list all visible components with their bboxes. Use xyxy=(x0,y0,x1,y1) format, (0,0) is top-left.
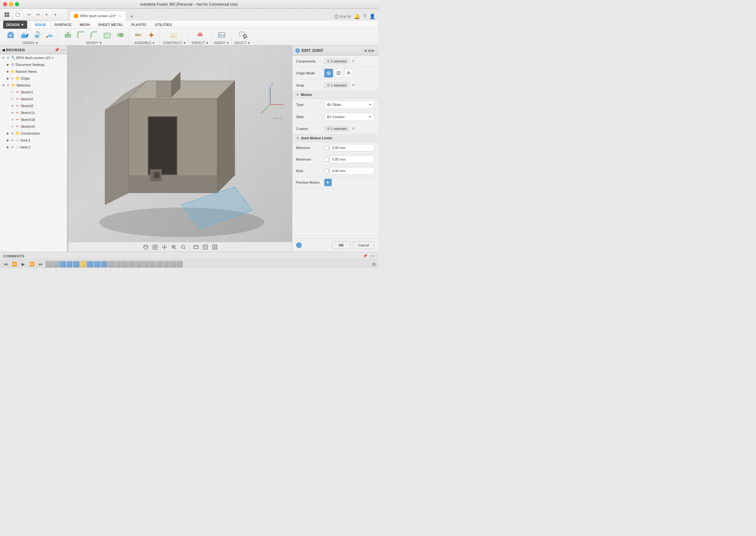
grid-menu-button[interactable] xyxy=(3,10,11,19)
browser-resize-handle[interactable]: ⟺ xyxy=(61,48,65,51)
timeline-item-17[interactable] xyxy=(156,261,162,267)
active-tab[interactable]: 🟧 RPi4 4inch screen v21* × xyxy=(70,11,126,20)
tree-arrow-root[interactable]: ▼ xyxy=(1,55,6,60)
insert-label[interactable]: INSERT ▼ xyxy=(214,41,229,45)
type-dropdown[interactable]: Slider ▼ xyxy=(324,101,374,109)
tree-arrow-origin[interactable]: ▶ xyxy=(6,76,10,81)
timeline-skip-forward[interactable]: ⏭ xyxy=(37,260,44,268)
notifications-icon[interactable]: 🔔 xyxy=(354,14,360,19)
tree-eye-construction[interactable]: 👁 xyxy=(10,131,15,136)
orbit-button[interactable] xyxy=(142,243,149,251)
tree-eye-sketch1[interactable]: 👁 xyxy=(10,90,15,95)
timeline-item-16[interactable] xyxy=(149,261,155,267)
timeline-item-3[interactable] xyxy=(59,261,66,267)
tree-arrow-sketches[interactable]: ▼ xyxy=(1,83,6,87)
window-controls[interactable] xyxy=(3,2,19,6)
tree-node-sketch18[interactable]: 👁 ✏ Sketch18 xyxy=(0,116,67,123)
combine-button[interactable] xyxy=(114,29,126,41)
preview-motion-button[interactable] xyxy=(324,179,332,186)
close-window-button[interactable] xyxy=(3,2,7,6)
display-mode-button[interactable] xyxy=(192,243,200,251)
select-button[interactable] xyxy=(236,29,249,41)
offset-plane-button[interactable] xyxy=(168,29,181,41)
redo-dropdown[interactable]: ▼ xyxy=(51,11,59,19)
tab-utilities[interactable]: UTILITIES xyxy=(151,21,176,28)
redo-button[interactable]: ↪ xyxy=(34,11,42,19)
panel-expand-left[interactable]: ◀ xyxy=(364,48,367,53)
timeline-item-5[interactable] xyxy=(73,261,79,267)
tree-node-sketch2[interactable]: 👁 ✏ Sketch2 xyxy=(0,96,67,102)
timeline-item-20[interactable] xyxy=(176,261,183,267)
timeline-item-13[interactable] xyxy=(128,261,134,267)
timeline-step-back[interactable]: ⏪ xyxy=(11,260,18,268)
press-pull-button[interactable] xyxy=(61,29,74,41)
measure-button[interactable] xyxy=(194,29,206,41)
chamfer-button[interactable] xyxy=(88,29,100,41)
tree-node-doc-settings[interactable]: ▶ ⚙ Document Settings xyxy=(0,61,67,68)
file-button[interactable] xyxy=(13,10,23,19)
new-joint-button[interactable] xyxy=(132,29,144,41)
look-at-button[interactable] xyxy=(151,243,159,251)
visual-style-button[interactable] xyxy=(202,243,209,251)
timeline-item-6[interactable] xyxy=(80,261,86,267)
maximize-window-button[interactable] xyxy=(15,2,19,6)
tree-eye-sketch15[interactable]: 👁 xyxy=(10,124,15,129)
select-label[interactable]: SELECT ▼ xyxy=(234,41,250,45)
timeline-step-forward[interactable]: ⏩ xyxy=(28,260,36,268)
panel-expand-right[interactable]: ▶▶ xyxy=(369,48,375,53)
tree-eye-sketches[interactable]: 👁 xyxy=(6,83,11,88)
minimum-checkbox[interactable] xyxy=(324,146,329,150)
tree-node-front1[interactable]: ▶ 👁 ▭ front:1 xyxy=(0,137,67,144)
tree-node-back1[interactable]: ▶ 👁 ▭ back:1 xyxy=(0,144,67,151)
shell-button[interactable] xyxy=(101,29,114,41)
tree-arrow-front1[interactable]: ▶ xyxy=(6,138,10,143)
components-badge[interactable]: ⊞ 2 selected xyxy=(324,58,349,64)
timeline-play[interactable]: ▶ xyxy=(19,260,27,268)
components-clear-button[interactable]: ✕ xyxy=(350,58,356,64)
timeline-item-18[interactable] xyxy=(162,261,169,267)
new-component-button[interactable] xyxy=(4,29,17,41)
tree-node-construction[interactable]: ▶ 👁 📁 Construction xyxy=(0,130,67,137)
snap-badge[interactable]: ⊞ 1 selected xyxy=(324,83,349,88)
tree-node-sketch1[interactable]: 👁 ✏ Sketch1 xyxy=(0,89,67,96)
joint-limits-section-header[interactable]: ▼ Joint Motion Limits xyxy=(292,134,378,142)
timeline-item-2[interactable] xyxy=(53,261,59,267)
revolve-button[interactable] xyxy=(31,29,43,41)
pan-button[interactable] xyxy=(161,243,168,251)
minimize-window-button[interactable] xyxy=(9,2,13,6)
construct-label[interactable]: CONSTRUCT ▼ xyxy=(163,41,186,45)
timeline-item-4[interactable] xyxy=(66,261,73,267)
timeline-item-8[interactable] xyxy=(94,261,100,267)
joint-origin-button[interactable] xyxy=(145,29,158,41)
modify-label[interactable]: MODIFY ▼ xyxy=(86,41,102,45)
undo-dropdown[interactable]: ▼ xyxy=(43,11,51,19)
comments-resize[interactable]: ⟺ xyxy=(370,254,375,258)
tree-node-origin[interactable]: ▶ 👁 📁 Origin xyxy=(0,75,67,82)
tab-surface[interactable]: SURFACE xyxy=(51,21,75,28)
origin-mode-btn-2[interactable] xyxy=(334,69,343,78)
timeline-item-7[interactable] xyxy=(87,261,93,267)
tree-eye-sketch2[interactable]: 👁 xyxy=(10,96,15,102)
timeline-skip-back[interactable]: ⏮ xyxy=(2,260,9,268)
timeline-item-14[interactable] xyxy=(135,261,141,267)
timeline-item-9[interactable] xyxy=(101,261,107,267)
design-dropdown[interactable]: DESIGN ▼ xyxy=(3,20,27,29)
tree-arrow-doc[interactable]: ▶ xyxy=(6,62,10,67)
sweep-button[interactable] xyxy=(44,29,56,41)
ok-button[interactable]: OK xyxy=(332,241,350,249)
fillet-button[interactable] xyxy=(75,29,87,41)
tree-node-root[interactable]: ▼ 👁 🔧 RPi4 4inch screen v21 ⚙ xyxy=(0,54,67,61)
comments-expand[interactable]: 📌 xyxy=(363,254,367,258)
new-tab-button[interactable]: + xyxy=(127,13,136,20)
origin-mode-btn-1[interactable] xyxy=(324,69,333,78)
tree-arrow-views[interactable]: ▶ xyxy=(6,69,10,74)
origin-mode-btn-3[interactable] xyxy=(344,69,353,78)
tree-node-sketch15[interactable]: 👁 ✏ Sketch15 xyxy=(0,123,67,130)
tab-close-button[interactable]: × xyxy=(118,14,122,18)
timeline-settings-button[interactable]: ⚙ xyxy=(372,262,376,267)
maximum-checkbox[interactable] xyxy=(324,157,329,161)
info-button[interactable]: i xyxy=(296,242,302,248)
insert-image-button[interactable] xyxy=(215,29,228,41)
rest-checkbox[interactable] xyxy=(324,169,329,173)
timeline-item-11[interactable] xyxy=(114,261,121,267)
